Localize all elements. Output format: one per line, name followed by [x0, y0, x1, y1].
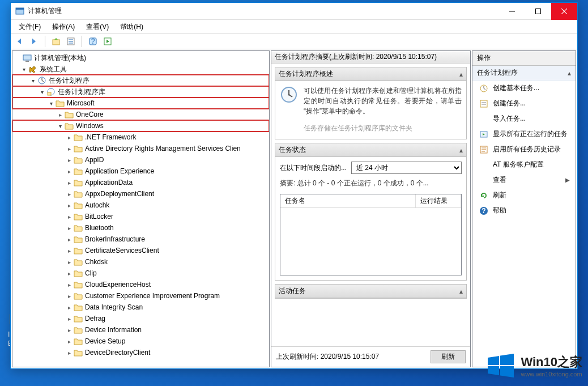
forward-button[interactable]	[28, 35, 40, 48]
tree-microsoft[interactable]: Microsoft	[12, 97, 269, 109]
tree-root[interactable]: 计算机管理(本地)	[12, 52, 269, 63]
action-item[interactable]: 刷新	[472, 188, 576, 203]
twist-icon[interactable]	[65, 146, 74, 152]
twist-icon[interactable]	[19, 66, 28, 73]
close-button[interactable]	[551, 3, 577, 20]
menu-help[interactable]: 帮助(H)	[114, 21, 149, 33]
menu-view[interactable]: 查看(V)	[80, 21, 114, 33]
run-button[interactable]	[101, 35, 114, 48]
collapse-icon[interactable]: ▴	[459, 70, 463, 78]
back-button[interactable]	[13, 35, 25, 48]
actions-group-header[interactable]: 任务计划程序 ▴	[472, 66, 576, 80]
tree-item[interactable]: Autochk	[12, 200, 269, 211]
up-button[interactable]	[50, 35, 62, 48]
twist-icon[interactable]	[65, 327, 74, 333]
twist-icon[interactable]	[65, 168, 74, 175]
twist-icon[interactable]	[65, 191, 74, 197]
tree-item[interactable]: Defrag	[12, 313, 269, 324]
running-icon	[479, 130, 488, 139]
tree-item[interactable]: Clip	[12, 268, 269, 279]
tree-item[interactable]: BitLocker	[12, 211, 269, 222]
action-item[interactable]: 导入任务...	[472, 111, 576, 126]
action-item[interactable]: 创建基本任务...	[472, 80, 576, 96]
twist-icon[interactable]	[37, 89, 46, 95]
help-button[interactable]: ?	[87, 35, 99, 48]
col-name[interactable]: 任务名	[280, 194, 416, 207]
twist-icon[interactable]	[65, 282, 74, 288]
twist-icon[interactable]	[65, 259, 74, 265]
tree-item[interactable]: AppxDeploymentClient	[12, 188, 269, 200]
tree-library[interactable]: 任务计划程序库	[12, 86, 269, 97]
tree-item[interactable]: BrokerInfrastructure	[12, 234, 269, 245]
twist-icon[interactable]	[28, 78, 37, 84]
menubar: 文件(F) 操作(A) 查看(V) 帮助(H)	[11, 20, 577, 33]
twist-icon[interactable]	[65, 225, 74, 231]
twist-icon[interactable]	[65, 316, 74, 322]
action-item[interactable]: 启用所有任务历史记录	[472, 142, 576, 157]
tree-item[interactable]: CertificateServicesClient	[12, 245, 269, 256]
task-grid[interactable]: 任务名 运行结果	[280, 194, 462, 275]
collapse-icon[interactable]: ▴	[459, 146, 463, 154]
folder-icon	[74, 258, 83, 266]
twist-icon[interactable]	[65, 180, 74, 186]
twist-icon[interactable]	[56, 112, 65, 118]
twist-icon[interactable]	[46, 100, 56, 107]
status-header[interactable]: 任务状态 ▴	[275, 143, 466, 157]
watermark: Win10之家 www.win10xitong.com	[485, 351, 582, 380]
twist-icon[interactable]	[65, 157, 74, 163]
action-item[interactable]: 显示所有正在运行的任务	[472, 126, 576, 142]
tree-item[interactable]: Chkdsk	[12, 256, 269, 268]
col-result[interactable]: 运行结果	[416, 194, 461, 207]
twist-icon[interactable]	[65, 236, 74, 243]
twist-icon[interactable]	[65, 350, 74, 356]
twist-icon[interactable]	[65, 270, 74, 277]
overview-header[interactable]: 任务计划程序概述 ▴	[275, 67, 466, 81]
collapse-icon[interactable]: ▴	[568, 69, 571, 77]
tree-item[interactable]: AppID	[12, 154, 269, 166]
twist-icon[interactable]	[65, 134, 74, 141]
folder-icon	[74, 190, 83, 198]
tree-item[interactable]: Customer Experience Improvement Program	[12, 290, 269, 302]
twist-icon[interactable]	[65, 202, 74, 209]
action-item[interactable]: 创建任务...	[472, 96, 576, 111]
tree-item[interactable]: Device Information	[12, 324, 269, 336]
twist-icon[interactable]	[65, 214, 74, 220]
tree-scheduler[interactable]: 任务计划程序	[12, 75, 269, 86]
tree-item[interactable]: CloudExperienceHost	[12, 279, 269, 290]
tree-windows[interactable]: Windows	[12, 120, 269, 132]
status-label: 在以下时间段启动的...	[280, 163, 347, 173]
minimize-button[interactable]	[499, 3, 525, 20]
tree-onecore[interactable]: OneCore	[12, 109, 269, 120]
action-item[interactable]: AT 服务帐户配置	[472, 157, 576, 172]
twist-icon[interactable]	[56, 123, 65, 129]
twist-icon[interactable]	[65, 248, 74, 254]
tree-item[interactable]: Bluetooth	[12, 222, 269, 234]
tree-pane[interactable]: 计算机管理(本地) 系统工具 任务计划程序 任务计划程序库	[12, 50, 270, 367]
tree-item[interactable]: Application Experience	[12, 166, 269, 177]
time-range-combo[interactable]: 近 24 小时	[351, 162, 462, 174]
twist-icon[interactable]	[65, 293, 74, 299]
tree-item[interactable]: .NET Framework	[12, 132, 269, 143]
active-header[interactable]: 活动任务 ▴	[275, 285, 466, 298]
action-item[interactable]: 查看▶	[472, 172, 576, 188]
collapse-icon[interactable]: ▴	[459, 287, 463, 295]
properties-button[interactable]	[65, 35, 77, 48]
twist-icon[interactable]	[65, 338, 74, 345]
tree-item[interactable]: ApplicationData	[12, 177, 269, 188]
folder-icon	[74, 337, 83, 345]
menu-file[interactable]: 文件(F)	[13, 21, 46, 33]
twist-icon[interactable]	[65, 304, 74, 311]
tree-item[interactable]: Active Directory Rights Management Servi…	[12, 143, 269, 154]
menu-action[interactable]: 操作(A)	[46, 21, 80, 33]
action-item[interactable]: ?帮助	[472, 203, 576, 218]
tree-item[interactable]: Device Setup	[12, 336, 269, 347]
tree-item[interactable]: Data Integrity Scan	[12, 302, 269, 313]
titlebar[interactable]: 计算机管理	[11, 3, 577, 20]
tree-systools[interactable]: 系统工具	[12, 63, 269, 75]
refresh-button[interactable]: 刷新	[431, 350, 466, 363]
actions-header: 操作	[472, 51, 576, 66]
maximize-button[interactable]	[525, 3, 551, 20]
clock-icon	[479, 84, 488, 93]
clock-icon	[37, 77, 46, 84]
tree-item[interactable]: DeviceDirectoryClient	[12, 347, 269, 358]
